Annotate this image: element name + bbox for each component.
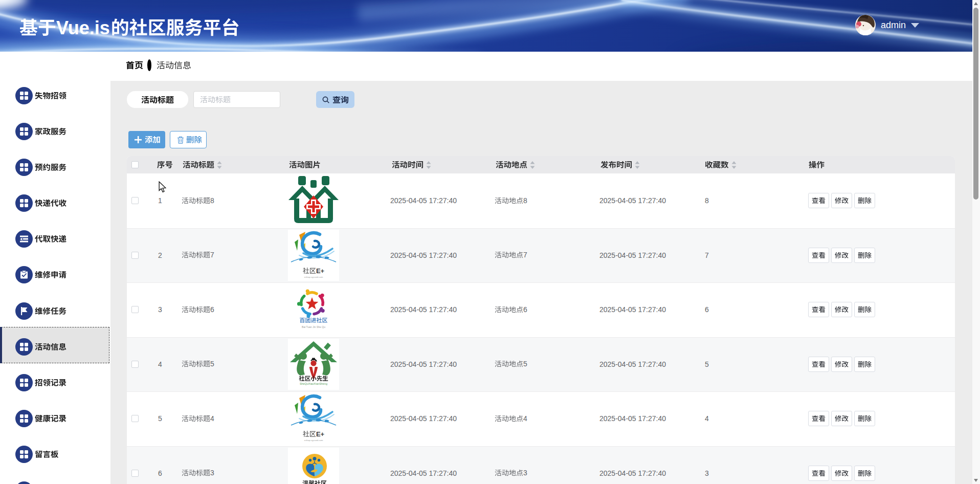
svg-text:6: 6: [210, 306, 214, 314]
svg-text:+: +: [321, 267, 325, 275]
svg-text:3: 3: [523, 470, 527, 477]
svg-text:eshop.sgssed.com: eshop.sgssed.com: [304, 439, 323, 442]
svg-text:8: 8: [210, 197, 214, 205]
svg-text:4: 4: [523, 415, 527, 423]
svg-text:7: 7: [210, 252, 214, 259]
svg-text:3: 3: [210, 470, 214, 477]
svg-text:8: 8: [523, 197, 527, 205]
svg-text:5: 5: [523, 361, 527, 368]
svg-text:Bai Tuan Jin She Qu: Bai Tuan Jin She Qu: [302, 325, 325, 328]
svg-text:4: 4: [210, 415, 214, 423]
svg-text:6: 6: [523, 306, 527, 314]
svg-text:+: +: [321, 430, 325, 438]
svg-text:5: 5: [210, 361, 214, 368]
svg-text:SheQuXiaoXianSheng: SheQuXiaoXianSheng: [300, 382, 327, 385]
svg-text:Vue.is: Vue.is: [56, 17, 110, 38]
svg-text:7: 7: [523, 252, 527, 259]
svg-text:eshop.sgssed.com: eshop.sgssed.com: [304, 276, 323, 278]
